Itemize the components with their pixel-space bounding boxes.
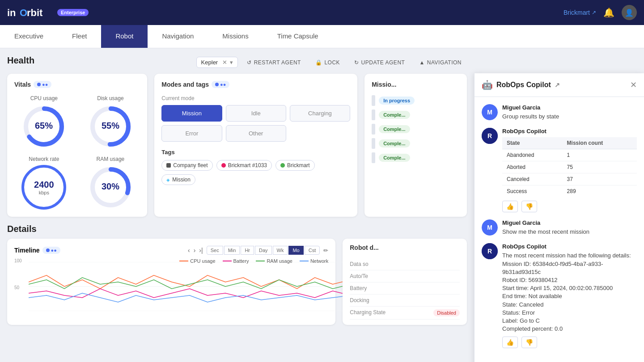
table-row-aborted: Aborted 75 — [502, 161, 637, 173]
update-agent-button[interactable]: ↻ UPDATE AGENT — [349, 57, 410, 68]
tag-mission[interactable]: ◈ Mission — [161, 174, 195, 185]
legend-cpu-line — [179, 261, 188, 261]
tab-navigation[interactable]: Navigation — [148, 25, 208, 48]
gauge-grid: CPU usage 65% Disk usage — [14, 95, 140, 210]
next-button[interactable]: › — [194, 247, 196, 254]
table-header-count: Mission count — [563, 137, 637, 149]
badge-completed-1: Comple... — [379, 111, 410, 119]
missions-partial-card: Missio... In progress Comple... — [364, 74, 467, 217]
svg-text:R: R — [487, 248, 492, 255]
mode-mission[interactable]: Mission — [161, 105, 222, 122]
filter-close[interactable]: ✕ — [222, 59, 227, 66]
tag-brickmart-1033[interactable]: Brickmart #1033 — [216, 160, 272, 171]
period-hr[interactable]: Hr — [241, 246, 254, 255]
lock-icon: 🔒 — [315, 59, 322, 66]
brickmart-link[interactable]: Brickmart ↗ — [564, 9, 596, 16]
thumbs-down-button-1[interactable]: 👎 — [521, 201, 537, 212]
bell-icon[interactable]: 🔔 — [603, 7, 614, 18]
mode-charging[interactable]: Charging — [290, 105, 350, 122]
edit-button[interactable]: ✏ — [323, 247, 328, 254]
rd-row-auto: Auto/Te — [350, 270, 460, 282]
copilot-avatar-svg-1: R — [482, 128, 498, 144]
tab-missions[interactable]: Missions — [208, 25, 263, 48]
mission-bar-3 — [372, 124, 375, 135]
tag-icon-brickmart — [280, 163, 285, 168]
timeline-header: Timeline ●● ‹ › ›| Sec — [14, 246, 328, 255]
tag-brickmart[interactable]: Brickmart — [275, 160, 315, 171]
mode-error[interactable]: Error — [161, 125, 222, 142]
lock-button[interactable]: 🔒 LOCK — [310, 57, 345, 68]
ram-gauge-svg: 30% — [88, 165, 133, 210]
external-link-icon[interactable]: ↗ — [555, 81, 560, 88]
details-cards-row: Timeline ●● ‹ › ›| Sec — [7, 239, 467, 325]
tag-company-fleet[interactable]: Company fleet — [161, 160, 212, 171]
period-sec[interactable]: Sec — [207, 246, 223, 255]
timeline-controls: ‹ › ›| Sec Min Hr Day Wk Mo Cst — [188, 246, 328, 255]
mission-bar-2 — [372, 109, 375, 120]
timeline-live-dot — [46, 248, 50, 252]
copilot-title: 🤖 RobOps Copilot ↗ — [482, 80, 560, 90]
cpu-gauge: CPU usage 65% — [14, 95, 74, 149]
period-day[interactable]: Day — [255, 246, 272, 255]
enterprise-badge: Enterprise — [57, 9, 89, 16]
avatar[interactable]: 👤 — [622, 5, 637, 20]
mode-idle[interactable]: Idle — [226, 105, 286, 122]
mission-bar-1 — [372, 95, 375, 106]
tags-section: Tags Company fleet Brickmart #1033 — [161, 149, 350, 185]
tab-time-capsule[interactable]: Time Capsule — [263, 25, 333, 48]
update-icon: ↻ — [354, 59, 359, 66]
feedback-row-1: 👍 👎 — [502, 201, 637, 212]
period-wk[interactable]: Wk — [273, 246, 288, 255]
mission-bar-5 — [372, 152, 375, 163]
thumbs-up-button-2[interactable]: 👍 — [502, 337, 518, 348]
thumbs-up-button-1[interactable]: 👍 — [502, 201, 518, 212]
prev-button[interactable]: ‹ — [188, 247, 190, 254]
copilot-close-button[interactable]: ✕ — [630, 80, 637, 90]
restart-agent-button[interactable]: ↺ RESTART AGENT — [242, 57, 306, 68]
tab-fleet[interactable]: Fleet — [58, 25, 101, 48]
vitals-title: Vitals ●● — [14, 81, 140, 88]
health-controls: Kepler ✕ ▾ ↺ RESTART AGENT 🔒 LOCK ↻ U — [196, 57, 467, 68]
copilot-avatar-1: R — [482, 128, 498, 144]
miguel-avatar-1: M — [482, 104, 498, 120]
tab-executive[interactable]: Executive — [0, 25, 58, 48]
last-button[interactable]: ›| — [199, 247, 203, 254]
period-buttons: Sec Min Hr Day Wk Mo Cst — [207, 246, 320, 255]
mode-other[interactable]: Other — [226, 125, 286, 142]
navigation-button[interactable]: ▲ Navigation — [414, 57, 467, 68]
thumbs-down-button-2[interactable]: 👎 — [521, 337, 537, 348]
main-content: Health Kepler ✕ ▾ ↺ RESTART AGENT 🔒 LOCK — [0, 48, 644, 362]
period-mo[interactable]: Mo — [288, 246, 303, 255]
disabled-badge: Disabled — [433, 309, 460, 316]
health-section: Health Kepler ✕ ▾ ↺ RESTART AGENT 🔒 LOCK — [7, 55, 467, 217]
kepler-filter[interactable]: Kepler ✕ ▾ — [196, 57, 238, 68]
svg-text:rbit: rbit — [27, 7, 43, 18]
period-min[interactable]: Min — [224, 246, 240, 255]
message-4: R RobOps Copilot The most recent mission… — [482, 243, 637, 348]
svg-text:M: M — [487, 109, 492, 116]
badge-completed-3: Comple... — [379, 139, 410, 147]
details-section: Details Timeline ●● ‹ — [7, 224, 467, 325]
left-panel: Health Kepler ✕ ▾ ↺ RESTART AGENT 🔒 LOCK — [0, 48, 474, 362]
tag-icon-company — [166, 163, 171, 168]
table-row-abandoned: Abandoned 1 — [502, 149, 637, 161]
robot-details-title: Robot d... — [350, 244, 460, 251]
table-row-success: Success 289 — [502, 185, 637, 198]
live-indicator: ●● — [34, 81, 51, 88]
legend-network: Network — [300, 258, 328, 264]
svg-text:R: R — [487, 132, 492, 139]
details-title: Details — [7, 224, 37, 234]
badge-inprogress: In progress — [379, 97, 415, 105]
copilot-messages: M Miguel Garcia Group results by state R — [475, 97, 644, 362]
message-1: M Miguel Garcia Group results by state — [482, 104, 637, 121]
legend-ram-line — [256, 261, 265, 261]
chart-legend: CPU usage Battery RAM usage — [179, 258, 328, 264]
modes-card: Modes and tags ●● Current mode Mission I… — [154, 74, 357, 217]
mission-count-table: State Mission count Abandoned 1 Aborted — [502, 137, 637, 197]
table-row-canceled: Canceled 37 — [502, 173, 637, 185]
badge-completed-4: Comple... — [379, 154, 410, 162]
filter-chevron[interactable]: ▾ — [230, 59, 233, 66]
period-cst[interactable]: Cst — [305, 246, 320, 255]
disk-gauge: Disk usage 55% — [81, 95, 140, 149]
tab-robot[interactable]: Robot — [101, 25, 148, 48]
